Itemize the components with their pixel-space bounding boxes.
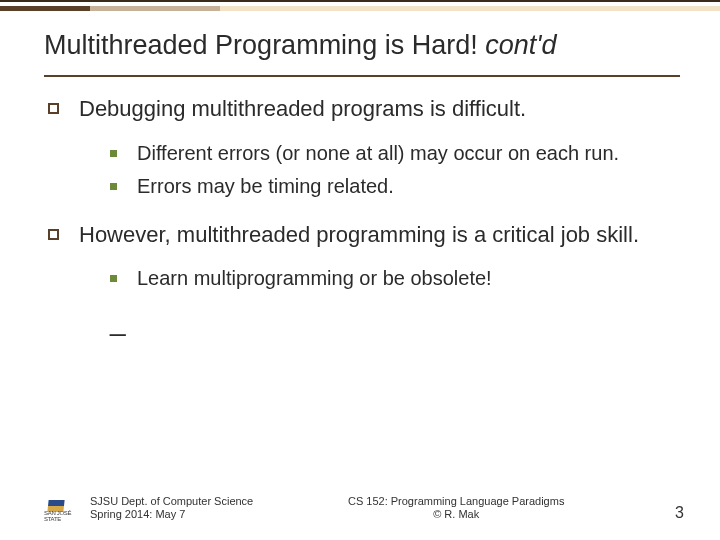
- footer-date: Spring 2014: May 7: [90, 508, 253, 522]
- sub-bullet-item: Errors may be timing related.: [110, 174, 672, 199]
- sub-bullet-text: Errors may be timing related.: [137, 174, 672, 199]
- sub-bullet-text: Learn multiprogramming or be obsolete!: [137, 266, 672, 291]
- square-bullet-icon: [48, 103, 59, 114]
- slide-footer: SAN JOSÉ STATE SJSU Dept. of Computer Sc…: [0, 495, 720, 523]
- footer-course: CS 152: Programming Language Paradigms: [253, 495, 659, 509]
- page-number: 3: [675, 504, 684, 522]
- bullet-text: Debugging multithreaded programs is diff…: [79, 95, 526, 123]
- footer-dept: SJSU Dept. of Computer Science: [90, 495, 253, 509]
- bullet-item: Debugging multithreaded programs is diff…: [48, 95, 672, 199]
- small-square-bullet-icon: [110, 183, 117, 190]
- trailing-dash: _: [110, 303, 672, 338]
- square-bullet-icon: [48, 229, 59, 240]
- decorative-top-bar: [0, 0, 720, 12]
- footer-copyright: © R. Mak: [253, 508, 659, 522]
- bullet-text: However, multithreaded programming is a …: [79, 221, 639, 249]
- title-suffix: cont'd: [485, 30, 556, 60]
- footer-center: CS 152: Programming Language Paradigms ©…: [253, 495, 659, 523]
- sub-bullet-text: Different errors (or none at all) may oc…: [137, 141, 672, 166]
- small-square-bullet-icon: [110, 150, 117, 157]
- sub-bullet-item: Learn multiprogramming or be obsolete!: [110, 266, 672, 291]
- title-main: Multithreaded Programming is Hard!: [44, 30, 485, 60]
- footer-left: SJSU Dept. of Computer Science Spring 20…: [90, 495, 253, 523]
- small-square-bullet-icon: [110, 275, 117, 282]
- bar-segment-dark: [0, 6, 90, 11]
- sjsu-logo: SAN JOSÉ STATE: [44, 500, 72, 522]
- bar-segment-mid: [90, 6, 220, 11]
- bullet-item: However, multithreaded programming is a …: [48, 221, 672, 339]
- sub-bullet-item: Different errors (or none at all) may oc…: [110, 141, 672, 166]
- slide-title: Multithreaded Programming is Hard! cont'…: [44, 30, 680, 61]
- title-block: Multithreaded Programming is Hard! cont'…: [0, 12, 720, 69]
- logo-caption: SAN JOSÉ STATE: [44, 510, 72, 522]
- slide-body: Debugging multithreaded programs is diff…: [0, 77, 720, 338]
- bar-segment-light: [220, 6, 720, 11]
